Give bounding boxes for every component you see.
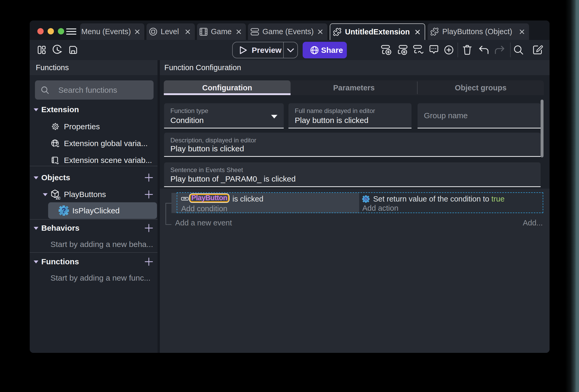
svg-text:?: ? [62, 207, 66, 215]
svg-text:2D: 2D [56, 196, 60, 199]
svg-text:G: G [365, 198, 367, 201]
